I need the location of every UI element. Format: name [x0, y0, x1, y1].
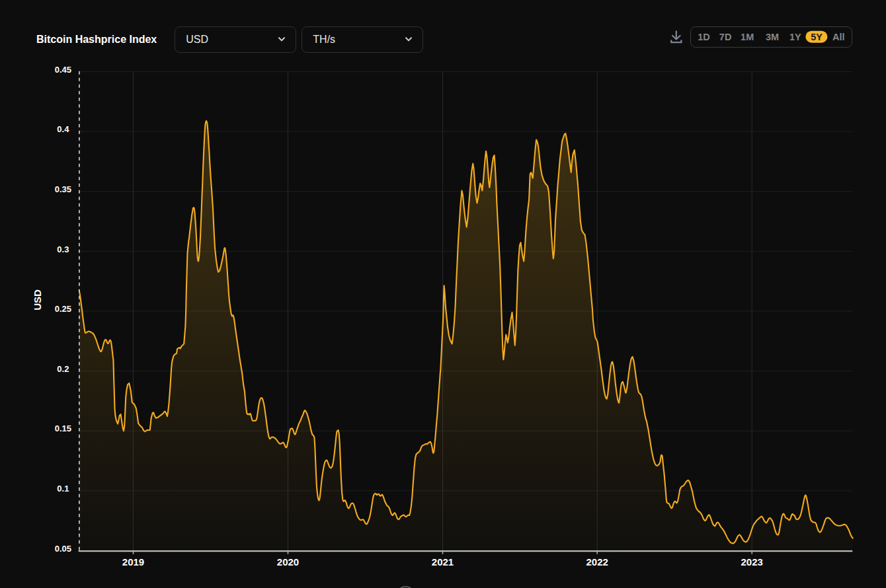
svg-text:0.25: 0.25	[55, 304, 71, 314]
svg-text:2019: 2019	[122, 556, 144, 568]
svg-text:0.15: 0.15	[55, 423, 71, 433]
svg-text:0.4: 0.4	[57, 124, 69, 134]
svg-text:2022: 2022	[586, 556, 608, 568]
svg-text:0.35: 0.35	[55, 184, 71, 194]
svg-text:0.45: 0.45	[55, 65, 71, 75]
svg-text:2021: 2021	[432, 556, 454, 568]
svg-text:0.05: 0.05	[55, 544, 71, 554]
svg-text:0.3: 0.3	[57, 244, 69, 254]
svg-text:0.2: 0.2	[57, 364, 69, 374]
svg-text:2020: 2020	[277, 556, 299, 568]
svg-text:2023: 2023	[741, 556, 763, 568]
svg-text:USD: USD	[32, 289, 43, 311]
svg-text:0.1: 0.1	[57, 484, 69, 494]
